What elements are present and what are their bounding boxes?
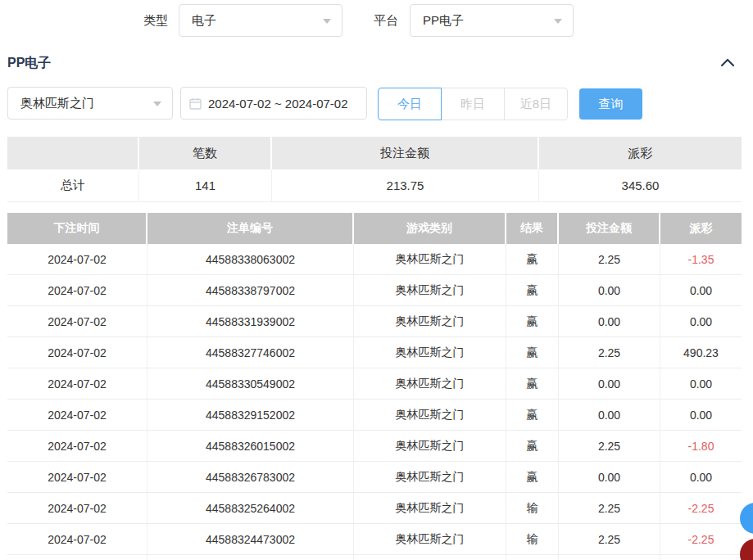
payout-cell: 0.00 — [660, 368, 742, 399]
table-row: 2024-07-0244588326783002奥林匹斯之门赢0.000.00 — [7, 462, 742, 493]
result-cell: 赢 — [506, 431, 559, 461]
chevron-down-icon — [153, 102, 161, 106]
game-type-cell: 奥林匹斯之门 — [354, 431, 506, 461]
order-id-cell: 44588324473002 — [147, 524, 354, 554]
payout-cell: -1.80 — [660, 431, 742, 461]
result-cell: 赢 — [506, 244, 559, 274]
type-label: 类型 — [143, 4, 168, 37]
header-payout: 派彩 — [660, 213, 742, 244]
game-type-cell: 奥林匹斯之门 — [354, 524, 506, 554]
payout-cell: -1.35 — [660, 244, 742, 274]
summary-header-row: 笔数 投注金额 派彩 — [7, 137, 742, 169]
today-button[interactable]: 今日 — [378, 88, 442, 120]
bet-time-cell: 2024-07-02 — [7, 462, 147, 492]
bet-table-header-row: 下注时间 注单编号 游戏类别 结果 投注金额 派彩 — [7, 213, 742, 244]
table-row: 2024-07-0244588327746002奥林匹斯之门赢2.25490.2… — [7, 337, 742, 368]
table-row: 2024-07-0244588338063002奥林匹斯之门赢2.25-1.35 — [7, 244, 742, 275]
header-result: 结果 — [506, 213, 559, 244]
bet-amount-cell: 0.00 — [559, 275, 660, 305]
result-cell: 赢 — [506, 368, 559, 399]
bet-time-cell: 2024-07-02 — [7, 368, 147, 399]
summary-total-row: 总计 141 213.75 345.60 — [7, 169, 742, 202]
game-type-cell: 奥林匹斯之门 — [354, 244, 506, 274]
bet-time-cell — [7, 555, 147, 560]
order-id-cell: 44588325264002 — [147, 493, 354, 523]
chevron-down-icon — [554, 19, 562, 24]
bet-time-cell: 2024-07-02 — [7, 493, 147, 523]
result-cell: 赢 — [506, 400, 559, 430]
bet-amount-cell: 0.00 — [559, 306, 660, 336]
chevron-down-icon — [323, 19, 331, 24]
table-row: 2024-07-0244588331939002奥林匹斯之门赢0.000.00 — [7, 306, 742, 337]
game-type-cell: 奥林匹斯之门 — [354, 368, 506, 399]
bet-time-cell: 2024-07-02 — [7, 337, 147, 368]
game-select-value: 奥林匹斯之门 — [20, 96, 94, 111]
game-type-cell: 奥林匹斯之门 — [354, 400, 506, 430]
date-range-value: 2024-07-02 ~ 2024-07-02 — [208, 97, 348, 111]
date-range-input[interactable]: 2024-07-02 ~ 2024-07-02 — [180, 87, 367, 120]
header-bet-amount: 投注金额 — [559, 213, 660, 244]
bet-amount-cell: 2.25 — [559, 244, 660, 274]
last-8-days-button[interactable]: 近8日 — [504, 88, 568, 120]
calendar-icon — [189, 97, 202, 110]
game-type-cell: 奥林匹斯之门 — [354, 337, 506, 368]
bet-table-body: 2024-07-0244588338063002奥林匹斯之门赢2.25-1.35… — [7, 244, 742, 560]
type-select[interactable]: 电子 — [179, 4, 342, 37]
summary-header-payout: 派彩 — [539, 137, 742, 169]
payout-cell: 0.00 — [660, 275, 742, 305]
platform-select[interactable]: PP电子 — [410, 4, 574, 37]
search-button[interactable]: 查询 — [579, 88, 642, 120]
section-title: PP电子 — [7, 55, 51, 72]
bet-time-cell: 2024-07-02 — [7, 431, 147, 461]
result-cell: 赢 — [506, 275, 559, 305]
game-type-cell: 奥林匹斯之门 — [354, 306, 506, 336]
summary-table: 笔数 投注金额 派彩 总计 141 213.75 345.60 — [7, 137, 742, 202]
floating-button-bottom[interactable] — [740, 539, 753, 560]
table-row: 2024-07-0244588326015002奥林匹斯之门赢2.25-1.80 — [7, 431, 742, 462]
payout-cell: -2.25 — [660, 524, 742, 554]
bet-time-cell: 2024-07-02 — [7, 524, 147, 554]
bet-time-cell: 2024-07-02 — [7, 275, 147, 305]
payout-cell: -2.25 — [660, 493, 742, 523]
quick-date-group: 今日 昨日 近8日 — [378, 88, 568, 120]
table-row: 2024-07-0244588325264002奥林匹斯之门输2.25-2.25 — [7, 493, 742, 524]
result-cell: 赢 — [506, 462, 559, 492]
type-select-value: 电子 — [192, 13, 216, 29]
payout-cell: 0.00 — [660, 462, 742, 492]
result-cell: 赢 — [506, 337, 559, 368]
game-type-cell — [354, 555, 506, 560]
game-type-cell: 奥林匹斯之门 — [354, 462, 506, 492]
result-cell: 输 — [506, 524, 559, 554]
summary-count-value: 141 — [139, 169, 272, 202]
payout-cell: 0.00 — [660, 306, 742, 336]
payout-cell: 490.23 — [660, 337, 742, 368]
summary-payout-value: 345.60 — [539, 169, 742, 202]
game-type-cell: 奥林匹斯之门 — [354, 275, 506, 305]
table-row: 2024-07-0244588330549002奥林匹斯之门赢0.000.00 — [7, 368, 742, 400]
bet-amount-cell: 0.00 — [559, 462, 660, 492]
bet-time-cell: 2024-07-02 — [7, 400, 147, 430]
game-type-cell: 奥林匹斯之门 — [354, 493, 506, 523]
order-id-cell: 44588329152002 — [147, 400, 354, 430]
table-row — [7, 555, 742, 560]
bet-amount-cell: 2.25 — [559, 493, 660, 523]
header-game-type: 游戏类别 — [354, 213, 506, 244]
summary-header-bet-amount: 投注金额 — [272, 137, 539, 169]
header-order-id: 注单编号 — [147, 213, 354, 244]
header-bet-time: 下注时间 — [7, 213, 147, 244]
bet-time-cell: 2024-07-02 — [7, 306, 147, 336]
bet-amount-cell: 2.25 — [559, 524, 660, 554]
result-cell — [506, 555, 559, 560]
bet-amount-cell: 0.00 — [559, 368, 660, 399]
payout-cell: 0.00 — [660, 400, 742, 430]
order-id-cell — [147, 555, 354, 560]
floating-button-top[interactable] — [740, 503, 753, 534]
order-id-cell: 44588338063002 — [147, 244, 354, 274]
order-id-cell: 44588330549002 — [147, 368, 354, 399]
collapse-icon[interactable] — [720, 56, 735, 70]
yesterday-button[interactable]: 昨日 — [441, 88, 505, 120]
game-select[interactable]: 奥林匹斯之门 — [7, 87, 173, 120]
bet-amount-cell — [559, 555, 660, 560]
table-row: 2024-07-0244588338797002奥林匹斯之门赢0.000.00 — [7, 275, 742, 306]
result-cell: 赢 — [506, 306, 559, 336]
